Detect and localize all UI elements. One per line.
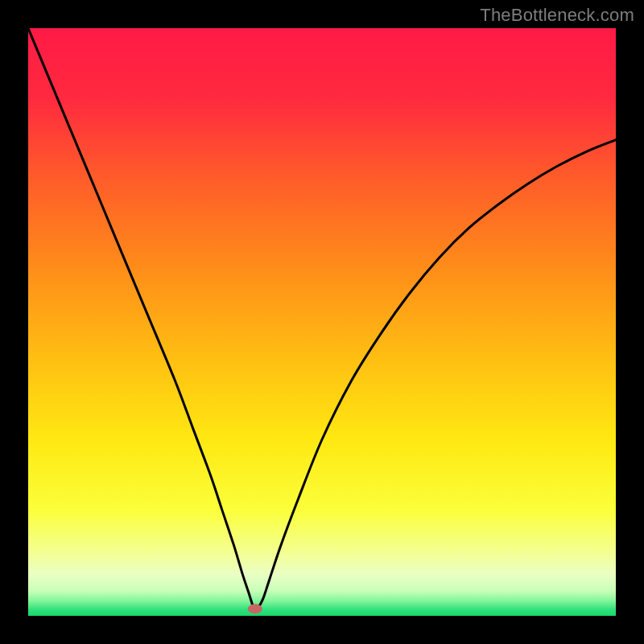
watermark-text: TheBottleneck.com (480, 5, 634, 26)
bottleneck-chart (28, 28, 616, 616)
chart-frame: TheBottleneck.com (0, 0, 644, 644)
plot-area (28, 28, 616, 616)
minimum-marker (248, 604, 262, 613)
gradient-background (28, 28, 616, 616)
